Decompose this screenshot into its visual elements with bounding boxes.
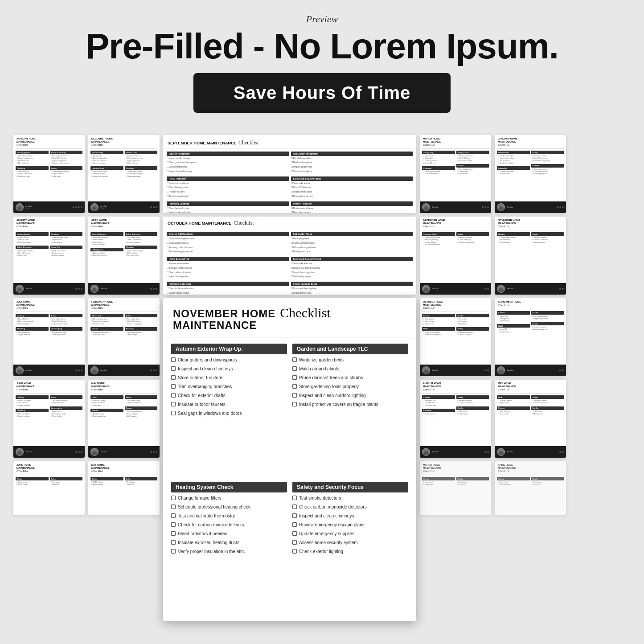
checkbox[interactable] bbox=[292, 393, 297, 398]
social-icon bbox=[75, 206, 77, 208]
section-title: Safety bbox=[456, 232, 489, 236]
card-title: APRIL HOMEMAINTENANCE bbox=[498, 464, 563, 469]
card-header: JANUARY HOMEMAINTENANCE Checklist bbox=[495, 135, 566, 148]
fn-section-safety: Safety and Security Focus Test smoke det… bbox=[292, 482, 408, 615]
checkbox[interactable] bbox=[171, 496, 176, 500]
footer-name: Jane Doe bbox=[507, 369, 513, 371]
checkbox[interactable] bbox=[171, 549, 176, 554]
social-icon bbox=[153, 288, 155, 290]
checkbox[interactable] bbox=[292, 375, 297, 380]
avatar-body bbox=[92, 206, 97, 211]
checkbox[interactable] bbox=[171, 522, 176, 527]
avatar bbox=[497, 285, 505, 293]
mc-section-title: Plumbing Checkup bbox=[167, 201, 289, 206]
section-title: Plumbing bbox=[50, 232, 83, 236]
checkbox[interactable] bbox=[171, 366, 176, 371]
card-script: Checklist bbox=[91, 225, 156, 228]
checkbox[interactable] bbox=[292, 513, 297, 518]
footer-icons bbox=[484, 369, 489, 371]
footer-name: Jane Doe bbox=[100, 288, 107, 290]
fn-section-garden: Garden and Landscape TLC Winterize garde… bbox=[292, 344, 408, 476]
checkbox[interactable] bbox=[171, 384, 176, 389]
card-header: APRIL HOMEMAINTENANCE Checklist bbox=[495, 461, 566, 475]
card-june: JUNE HOMEMAINTENANCE Checklist Cooling S… bbox=[13, 380, 85, 458]
section-title: Safety bbox=[50, 477, 83, 480]
list-item: Drain and store hoses bbox=[167, 242, 289, 245]
list-item: Power wash house bbox=[90, 415, 123, 418]
section-title: Spring Prep bbox=[422, 151, 455, 154]
card-script: Checklist bbox=[91, 388, 156, 391]
checkbox[interactable] bbox=[292, 505, 297, 509]
checkbox[interactable] bbox=[292, 522, 297, 527]
social-icon bbox=[562, 288, 564, 290]
main-grid: JANUARY HOMEMAINTENANCE Checklist Heatin… bbox=[0, 135, 644, 621]
card-col-left: Tasks Summer prep HVAC check bbox=[16, 477, 49, 513]
list-item: Install protective covers on fragile pla… bbox=[292, 402, 408, 408]
checkbox[interactable] bbox=[171, 505, 176, 509]
checkbox[interactable] bbox=[171, 393, 176, 398]
list-item: Check CO bbox=[125, 484, 158, 486]
list-item: Mulch around plants bbox=[292, 366, 408, 372]
card-col-right: Safety Test alarms Check CO bbox=[50, 477, 83, 513]
checkbox[interactable] bbox=[292, 549, 297, 554]
card-october-featured: OCTOBER HOME MAINTENANCE Checklist Exter… bbox=[163, 217, 416, 295]
list-item: Inspect under sink pipes bbox=[167, 211, 289, 213]
fn-body: Autumn Exterior Wrap-Up: Clear gutters a… bbox=[163, 337, 416, 621]
checkbox[interactable] bbox=[292, 366, 297, 371]
card-june-sm: JUNE HOMEMAINTENANCE Checklist Tasks Sum… bbox=[13, 461, 85, 515]
social-icon bbox=[487, 369, 489, 371]
mc-section-title: Plumbing Inspection bbox=[167, 282, 289, 286]
list-item: Check exterior lighting bbox=[292, 549, 408, 555]
checkbox[interactable] bbox=[171, 357, 176, 362]
footer-icons bbox=[75, 451, 82, 453]
list-item: Test ceiling fans bbox=[16, 323, 49, 325]
checkbox[interactable] bbox=[292, 496, 297, 500]
checkbox[interactable] bbox=[171, 402, 176, 406]
list-item: Fertilize lawn bbox=[456, 413, 489, 415]
checkbox[interactable] bbox=[292, 402, 297, 406]
card-title: FEBRUARY HOMEMAINTENANCE bbox=[91, 300, 156, 306]
list-item: Inspect and clean outdoor lighting bbox=[292, 393, 408, 399]
card-script: Checklist bbox=[16, 469, 82, 473]
card-march: MARCH HOMEMAINTENANCE Checklist Spring P… bbox=[420, 135, 491, 213]
checkbox[interactable] bbox=[171, 513, 176, 518]
list-item: Schedule professional heating check bbox=[171, 504, 287, 510]
footer-icons bbox=[73, 206, 82, 208]
list-item: Store gardening tools properly bbox=[292, 384, 408, 390]
checkbox[interactable] bbox=[292, 540, 297, 545]
checkbox[interactable] bbox=[171, 375, 176, 380]
card-content: Spring Cleaning Deep clean all rooms Was… bbox=[88, 230, 160, 283]
checkbox[interactable] bbox=[292, 357, 297, 362]
checkbox[interactable] bbox=[292, 531, 297, 536]
checkbox[interactable] bbox=[292, 384, 297, 389]
section-title: Spring Cleaning bbox=[90, 232, 123, 236]
list-item: Store outdoor furniture bbox=[171, 375, 287, 381]
list-item: Bleed radiators if needed bbox=[171, 531, 287, 537]
card-col-left: Spring Prep Inspect roof Clean gutters C… bbox=[422, 151, 455, 200]
checkbox[interactable] bbox=[171, 531, 176, 536]
card-col-left: Heating Change furnace filters Test ther… bbox=[497, 232, 530, 281]
section-title: HVAC bbox=[422, 327, 455, 331]
social-icon bbox=[557, 206, 558, 208]
card-header: NOVEMBER HOMEMAINTENANCE Checklist bbox=[495, 217, 566, 230]
card-title: JULY HOMEMAINTENANCE bbox=[16, 300, 82, 306]
checkbox[interactable] bbox=[171, 540, 176, 545]
card-col-left: Spring Deep clean Wash windows bbox=[497, 477, 530, 513]
card-title: MARCH HOMEMAINTENANCE bbox=[423, 137, 488, 143]
list-item: Clear and store garden tools bbox=[167, 238, 289, 241]
card-july: JULY HOMEMAINTENANCE Checklist Cooling C… bbox=[13, 298, 85, 376]
preview-label: Preview bbox=[0, 13, 644, 25]
social-icon bbox=[81, 369, 82, 371]
checkbox[interactable] bbox=[171, 411, 176, 415]
list-item: Prune hedges bbox=[50, 415, 83, 418]
list-item: Plant spring bulbs bbox=[291, 238, 413, 241]
section-title: Safety bbox=[531, 477, 564, 480]
section-title: Garden bbox=[125, 406, 158, 410]
list-item: Test smoke detectors bbox=[292, 495, 408, 501]
social-icon bbox=[156, 451, 157, 453]
section-title: Planning bbox=[125, 327, 158, 331]
card-title: MARCH HOMEMAINTENANCE bbox=[423, 464, 488, 469]
section-title: Exterior bbox=[90, 409, 123, 412]
section-title: Exterior bbox=[497, 311, 530, 315]
footer-name: Jane Doe bbox=[507, 288, 513, 290]
